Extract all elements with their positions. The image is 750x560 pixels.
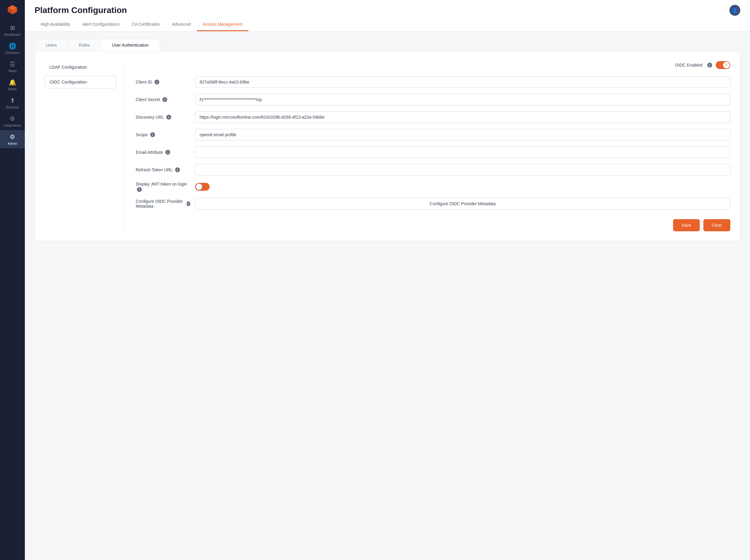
oidc-enabled-label: OIDC Enabled xyxy=(675,63,703,67)
tab-ca-certificates[interactable]: CA Certificates xyxy=(126,19,166,31)
client-secret-info-icon[interactable]: i xyxy=(162,97,167,102)
backups-icon: ⬆ xyxy=(10,97,15,104)
oidc-metadata-button[interactable]: Configure OIDC Provider Metadata xyxy=(195,198,730,209)
dashboard-icon: ⊞ xyxy=(10,24,15,32)
sidebar-item-admin[interactable]: ⚙ Admin xyxy=(0,130,25,148)
sidebar-item-label: Alerts xyxy=(8,87,17,91)
sidebar: ⊞ Dashboard 🌐 Universes ☰ Tasks 🔔 Alerts… xyxy=(0,0,25,560)
toggle-check-icon: ✓ xyxy=(725,63,728,67)
tab-high-availability[interactable]: High Availability xyxy=(35,19,76,31)
email-attribute-label: Email Attribute i xyxy=(136,150,190,155)
discovery-url-label: Discovery URL i xyxy=(136,115,190,120)
left-panel: LDAP Configuration OIDC Configuration xyxy=(44,61,123,231)
oidc-metadata-info-icon[interactable]: i xyxy=(186,201,190,206)
client-secret-row: Client Secret i xyxy=(136,94,730,105)
alerts-icon: 🔔 xyxy=(9,79,16,86)
scope-input[interactable] xyxy=(195,129,730,141)
user-avatar[interactable]: 👤 xyxy=(729,5,740,16)
discovery-url-row: Discovery URL i xyxy=(136,111,730,123)
admin-icon: ⚙ xyxy=(10,133,15,141)
save-button[interactable]: Save xyxy=(673,219,700,231)
sub-tab-users[interactable]: Users xyxy=(35,39,68,51)
sub-tabs: Users Roles User Authentication xyxy=(35,39,160,51)
oidc-enabled-toggle[interactable]: ✓ xyxy=(716,61,730,69)
oidc-enabled-info-icon[interactable]: i xyxy=(707,63,712,67)
sidebar-item-backups[interactable]: ⬆ Backups xyxy=(0,94,25,112)
oidc-config-item[interactable]: OIDC Configuration xyxy=(44,76,116,88)
sidebar-item-universes[interactable]: 🌐 Universes xyxy=(0,39,25,58)
sidebar-item-label: Backups xyxy=(6,105,19,109)
jwt-toggle[interactable]: ✓ xyxy=(195,183,210,191)
tasks-icon: ☰ xyxy=(10,61,15,68)
client-id-row: Client ID i xyxy=(136,76,730,88)
sidebar-item-label: Universes xyxy=(5,51,20,55)
refresh-token-url-info-icon[interactable]: i xyxy=(175,167,180,172)
sub-tab-roles[interactable]: Roles xyxy=(68,39,101,51)
client-id-label: Client ID i xyxy=(136,80,190,84)
config-card: LDAP Configuration OIDC Configuration OI… xyxy=(35,51,740,241)
main-content: Platform Configuration 👤 High Availabili… xyxy=(25,0,750,560)
action-buttons: Save Clear xyxy=(136,219,730,231)
scope-row: Scope i xyxy=(136,129,730,141)
content-area: Users Roles User Authentication LDAP Con… xyxy=(25,32,750,560)
sidebar-item-dashboard[interactable]: ⊞ Dashboard xyxy=(0,21,25,39)
header: Platform Configuration 👤 High Availabili… xyxy=(25,0,750,32)
tab-access-management[interactable]: Access Management xyxy=(197,19,249,31)
clear-button[interactable]: Clear xyxy=(703,219,730,231)
page-title: Platform Configuration xyxy=(35,5,127,15)
client-id-info-icon[interactable]: i xyxy=(155,80,159,84)
refresh-token-url-row: Refresh Token URL i xyxy=(136,164,730,175)
user-icon: 👤 xyxy=(732,7,738,13)
scope-label: Scope i xyxy=(136,132,190,137)
ldap-config-item[interactable]: LDAP Configuration xyxy=(44,61,116,73)
refresh-token-url-input[interactable] xyxy=(195,164,730,175)
card-inner: LDAP Configuration OIDC Configuration OI… xyxy=(44,61,730,231)
client-secret-input[interactable] xyxy=(195,94,730,105)
right-panel: OIDC Enabled i ✓ Client ID i xyxy=(136,61,730,231)
sidebar-item-label: Tasks xyxy=(8,69,17,72)
toggle-knob: ✓ xyxy=(723,62,730,68)
tab-alert-configurations[interactable]: Alert Configurations xyxy=(76,19,126,31)
sidebar-item-alerts[interactable]: 🔔 Alerts xyxy=(0,76,25,94)
tab-advanced[interactable]: Advanced xyxy=(166,19,197,31)
header-nav: High Availability Alert Configurations C… xyxy=(35,19,740,31)
integrations-icon: ⚙ xyxy=(10,115,15,122)
email-attribute-input[interactable] xyxy=(195,146,730,158)
universes-icon: 🌐 xyxy=(9,42,16,50)
oidc-enabled-row: OIDC Enabled i ✓ xyxy=(136,61,730,69)
sidebar-item-label: Dashboard xyxy=(4,33,21,36)
sidebar-item-label: Integrations xyxy=(4,124,21,127)
email-attribute-info-icon[interactable]: i xyxy=(165,150,170,155)
sidebar-item-tasks[interactable]: ☰ Tasks xyxy=(0,58,25,76)
jwt-info-icon[interactable]: i xyxy=(137,187,142,192)
oidc-metadata-row: Configure OIDC Provider Metadata i Confi… xyxy=(136,198,730,209)
client-secret-label: Client Secret i xyxy=(136,97,190,102)
client-id-input[interactable] xyxy=(195,76,730,88)
oidc-metadata-form-label: Configure OIDC Provider Metadata i xyxy=(136,199,190,209)
jwt-check-icon: ✓ xyxy=(196,185,199,189)
email-attribute-row: Email Attribute i xyxy=(136,146,730,158)
sidebar-item-label: Admin xyxy=(7,142,17,145)
jwt-label: Display JWT token on login i xyxy=(136,182,190,192)
scope-info-icon[interactable]: i xyxy=(150,132,155,137)
app-logo xyxy=(6,3,19,16)
sidebar-item-integrations[interactable]: ⚙ Integrations xyxy=(0,112,25,130)
discovery-url-input[interactable] xyxy=(195,111,730,123)
header-top: Platform Configuration 👤 xyxy=(35,5,740,16)
sub-tab-user-authentication[interactable]: User Authentication xyxy=(101,39,159,51)
discovery-url-info-icon[interactable]: i xyxy=(166,115,171,120)
jwt-toggle-row: Display JWT token on login i ✓ xyxy=(136,182,730,192)
refresh-token-url-label: Refresh Token URL i xyxy=(136,167,190,172)
